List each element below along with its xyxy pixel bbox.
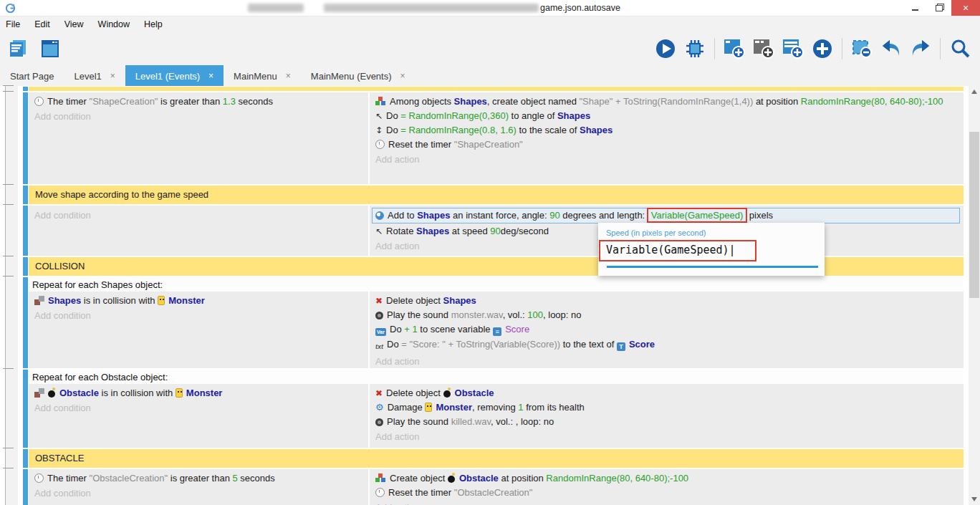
- add-condition-button[interactable]: Add condition: [32, 308, 365, 323]
- text-segment: to the text of: [560, 339, 617, 350]
- tab-level1[interactable]: Level1×: [64, 65, 125, 87]
- add-event-button[interactable]: [721, 36, 747, 62]
- event-drag-bar[interactable]: [23, 92, 28, 184]
- scrollbar-thumb[interactable]: [969, 132, 979, 298]
- add-action-button[interactable]: Add action: [373, 152, 961, 167]
- tab-close-icon[interactable]: ×: [286, 71, 291, 81]
- add-condition-button[interactable]: Add condition: [32, 109, 365, 124]
- restore-button[interactable]: [927, 0, 951, 16]
- undo-button[interactable]: [878, 36, 904, 62]
- menu-view[interactable]: View: [57, 16, 91, 32]
- tab-close-icon[interactable]: ×: [400, 71, 405, 81]
- action-row[interactable]: Reset the timer "ObstacleCreation": [373, 486, 961, 500]
- action-row[interactable]: ✖Delete object Obstacle: [373, 386, 961, 400]
- add-condition-button[interactable]: Add condition: [32, 400, 365, 415]
- action-row[interactable]: Do = "Score: " + ToString(Variable(Score…: [373, 337, 961, 354]
- menu-help[interactable]: Help: [137, 16, 170, 32]
- event-drag-bar[interactable]: [23, 186, 28, 204]
- scroll-up-icon[interactable]: [971, 90, 977, 94]
- add-condition-button[interactable]: Add condition: [32, 208, 365, 223]
- menu-window[interactable]: Window: [91, 16, 137, 32]
- obstacle-icon: [443, 388, 451, 398]
- event: Repeat for each Shapes object:Shapes is …: [29, 277, 964, 368]
- add-comment-button[interactable]: [780, 36, 806, 62]
- action-row[interactable]: ⚙Damage Monster, removing 1 from its hea…: [373, 400, 961, 415]
- action-row[interactable]: ↖Do = RandomInRange(0,360) to angle of S…: [373, 109, 961, 123]
- search-button[interactable]: [947, 36, 973, 62]
- event-drag-bar[interactable]: [23, 257, 28, 276]
- action-row[interactable]: Play the sound killed.wav, vol.: , loop:…: [373, 415, 961, 429]
- comment-row-partial: [23, 87, 964, 91]
- for-each-header[interactable]: Repeat for each Shapes object:: [29, 277, 964, 292]
- event-drag-bar[interactable]: [23, 277, 28, 368]
- event-drag-bar[interactable]: [23, 206, 28, 256]
- add-condition-button[interactable]: Add condition: [32, 486, 365, 501]
- minimize-button[interactable]: [903, 0, 927, 16]
- action-row[interactable]: ↕Do = RandomInRange(0.8, 1.6) to the sca…: [373, 123, 961, 138]
- action-row[interactable]: Create object Obstacle at position Rando…: [373, 471, 961, 486]
- tab-mainmenu[interactable]: MainMenu×: [224, 65, 301, 87]
- condition-row[interactable]: The timer "ObstacleCreation" is greater …: [32, 471, 365, 486]
- menu-edit[interactable]: Edit: [27, 16, 57, 32]
- remove-event-button[interactable]: [849, 36, 875, 62]
- action-row[interactable]: ✖Delete object Shapes: [373, 294, 961, 308]
- text-segment: at speed: [449, 226, 490, 236]
- text-segment: Monster: [168, 295, 205, 306]
- add-action-button[interactable]: Add action: [373, 500, 961, 505]
- add-new-button[interactable]: [810, 36, 835, 62]
- action-row[interactable]: Reset the timer "ShapeCreation": [373, 138, 961, 152]
- tab-start-page[interactable]: Start Page: [0, 65, 64, 87]
- action-row[interactable]: Among objects Shapes, create object name…: [373, 95, 961, 109]
- condition-row[interactable]: The timer "ShapeCreation" is greater tha…: [32, 95, 365, 109]
- action-row[interactable]: Add to Shapes an instant force, angle: 9…: [372, 208, 960, 223]
- debug-button[interactable]: [682, 36, 708, 62]
- comment-text[interactable]: Move shape according to the game speed: [29, 186, 964, 204]
- project-manager-button[interactable]: [6, 36, 32, 62]
- scroll-down-icon[interactable]: [971, 497, 977, 501]
- expression-editor-popup: Speed (in pixels per second) Variable(Ga…: [598, 223, 825, 276]
- add-subevent-button[interactable]: [751, 36, 777, 62]
- redacted-title-segment: [324, 4, 539, 12]
- action-row[interactable]: Do + 1 to scene variable Score: [373, 322, 961, 337]
- event-drag-bar[interactable]: [23, 469, 28, 505]
- gutter-tick: [3, 368, 14, 369]
- text-segment: = RandomInRange(0.8, 1.6): [400, 125, 517, 135]
- event-drag-bar[interactable]: [23, 370, 28, 448]
- input-underline: [607, 266, 818, 268]
- action-row[interactable]: Play the sound monster.wav, vol.: 100, l…: [373, 308, 961, 322]
- condition-row[interactable]: Obstacle is in collision with Monster: [32, 386, 365, 400]
- text-segment: Delete object: [386, 295, 443, 306]
- gutter-tick: [3, 91, 14, 92]
- event-drag-bar[interactable]: [23, 87, 28, 91]
- text-segment: "ObstacleCreation": [454, 487, 533, 498]
- text-segment: no: [544, 416, 554, 427]
- conditions-column: Add condition: [29, 206, 368, 256]
- text-segment: deg/second: [501, 226, 549, 236]
- scene-editor-button[interactable]: [37, 36, 63, 62]
- add-action-button[interactable]: Add action: [373, 429, 961, 444]
- monster-icon: [158, 296, 165, 305]
- close-button[interactable]: ×: [951, 0, 980, 16]
- text-segment: "ShapeCreation": [90, 96, 158, 107]
- tab-close-icon[interactable]: ×: [208, 71, 213, 81]
- tab-mainmenu-events-[interactable]: MainMenu (Events)×: [301, 65, 415, 87]
- conditions-column: Shapes is in collision with MonsterAdd c…: [29, 292, 368, 368]
- text-segment: Among objects: [390, 96, 454, 107]
- preview-play-button[interactable]: [653, 36, 678, 62]
- conditions-column: The timer "ObstacleCreation" is greater …: [29, 469, 368, 505]
- vertical-scrollbar[interactable]: [969, 86, 980, 505]
- event-drag-bar[interactable]: [23, 449, 28, 468]
- text-segment: = "Score: " + ToString(Variable(Score)): [401, 339, 560, 350]
- for-each-header[interactable]: Repeat for each Obstacle object:: [29, 370, 964, 384]
- add-action-button[interactable]: Add action: [373, 354, 961, 368]
- tab-level1-events-[interactable]: Level1 (Events)×: [125, 65, 224, 87]
- tab-close-icon[interactable]: ×: [110, 71, 115, 81]
- redo-button[interactable]: [908, 36, 933, 62]
- comment-text[interactable]: OBSTACLE: [29, 449, 964, 468]
- text-segment: Do: [390, 324, 404, 335]
- expression-input[interactable]: Variable(GameSpeed)|: [606, 244, 736, 256]
- condition-row[interactable]: Shapes is in collision with Monster: [32, 294, 365, 308]
- gutter-tick: [3, 448, 14, 448]
- angle-icon: ↖: [375, 111, 383, 121]
- menu-file[interactable]: File: [0, 16, 27, 32]
